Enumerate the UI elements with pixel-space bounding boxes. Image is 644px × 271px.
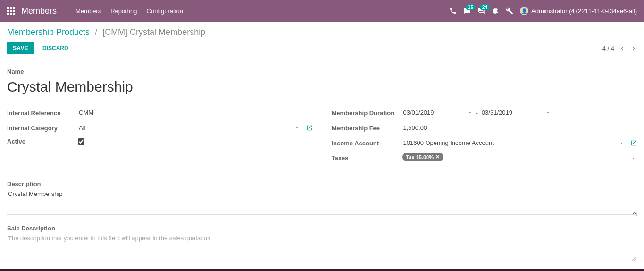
phone-icon[interactable] (449, 7, 457, 15)
svg-rect-4 (10, 10, 12, 12)
tax-tags-input[interactable]: Tax 15.00% ✕ (402, 153, 637, 162)
sale-textarea[interactable] (7, 234, 637, 259)
pager-prev-icon[interactable] (619, 45, 626, 51)
desc-textarea[interactable] (7, 189, 637, 215)
pager-text: 4 / 4 (602, 45, 614, 52)
discard-button[interactable]: DISCARD (37, 42, 74, 54)
fee-input[interactable] (402, 123, 637, 133)
tax-tag: Tax 15.00% ✕ (402, 153, 444, 161)
iref-input[interactable] (78, 108, 313, 118)
chat-badge: 24 (480, 4, 490, 10)
right-col: Membership Duration - (332, 108, 637, 167)
icat-input[interactable] (78, 123, 301, 133)
name-input[interactable] (7, 77, 637, 97)
breadcrumb-current: [CMM] Crystal Membership (102, 27, 205, 37)
pager: 4 / 4 (602, 45, 637, 52)
svg-rect-1 (10, 7, 12, 9)
breadcrumb-parent[interactable]: Membership Products (7, 27, 90, 37)
topbar-right: 15 24 👤 Administrator (472211-11-0-f34ae… (449, 7, 637, 15)
chat-icon[interactable]: 24 (477, 7, 485, 15)
avatar-icon: 👤 (520, 7, 528, 15)
svg-rect-5 (13, 10, 15, 12)
user-menu[interactable]: 👤 Administrator (472211-11-0-f34ae6-all) (520, 7, 637, 15)
form-area: Name Internal Reference Internal Categor… (0, 59, 644, 271)
apps-icon[interactable] (7, 7, 15, 15)
active-label: Active (7, 138, 78, 145)
svg-rect-6 (7, 13, 9, 15)
topbar: Members Members Reporting Configuration … (0, 0, 644, 22)
inc-label: Income Account (332, 140, 402, 147)
app-title: Members (21, 6, 57, 16)
active-checkbox[interactable] (78, 138, 84, 145)
dash: - (476, 110, 478, 117)
nav-members[interactable]: Members (75, 8, 101, 15)
save-button[interactable]: SAVE (7, 42, 34, 54)
tax-label: Taxes (332, 154, 402, 161)
breadcrumb-sep: / (95, 27, 97, 37)
external-link-icon[interactable] (630, 140, 637, 146)
breadcrumb: Membership Products / [CMM] Crystal Memb… (7, 27, 205, 37)
messages-icon[interactable]: 15 (463, 7, 471, 15)
iref-label: Internal Reference (7, 110, 78, 117)
tax-tag-label: Tax 15.00% (406, 154, 434, 160)
wrench-icon[interactable] (506, 7, 513, 15)
inc-input[interactable] (402, 138, 625, 148)
svg-rect-3 (7, 10, 9, 12)
svg-rect-0 (7, 7, 9, 9)
breadcrumb-row: Membership Products / [CMM] Crystal Memb… (0, 22, 644, 40)
nav-configuration[interactable]: Configuration (147, 8, 183, 15)
messages-badge: 15 (466, 4, 476, 10)
chevron-down-icon (631, 155, 636, 162)
name-label: Name (7, 68, 637, 75)
dur-from-input[interactable] (402, 108, 473, 118)
user-label: Administrator (472211-11-0-f34ae6-all) (531, 8, 637, 15)
bug-icon[interactable] (492, 7, 499, 15)
svg-rect-7 (10, 13, 12, 15)
desc-label: Description (7, 180, 637, 187)
actionbar: SAVE DISCARD 4 / 4 (0, 40, 644, 59)
bottom-bar (0, 269, 644, 271)
fee-label: Membership Fee (332, 125, 402, 132)
pager-next-icon[interactable] (630, 45, 637, 51)
nav-reporting[interactable]: Reporting (110, 8, 137, 15)
top-nav: Members Reporting Configuration (75, 8, 183, 15)
tag-remove-icon[interactable]: ✕ (435, 154, 440, 160)
dur-to-input[interactable] (481, 108, 552, 118)
external-link-icon[interactable] (306, 125, 313, 131)
dur-label: Membership Duration (332, 110, 402, 117)
left-col: Internal Reference Internal Category Act… (7, 108, 313, 167)
svg-rect-2 (13, 7, 15, 9)
icat-label: Internal Category (7, 125, 78, 132)
svg-rect-8 (13, 13, 15, 15)
sale-label: Sale Description (7, 225, 637, 232)
